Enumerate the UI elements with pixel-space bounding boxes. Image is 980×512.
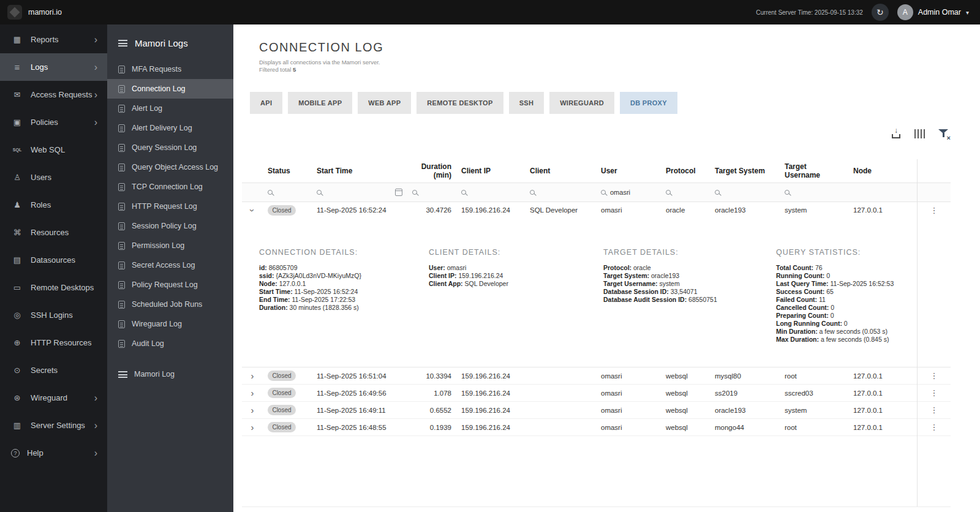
protocol-filter-input[interactable] [675, 189, 705, 196]
duration-filter-input[interactable] [421, 189, 451, 196]
sidebar-item[interactable]: Roles [0, 191, 107, 219]
log-file-icon [118, 85, 125, 93]
expand-row-icon[interactable] [251, 371, 254, 380]
columns-button[interactable] [913, 128, 926, 140]
sidebar-item[interactable]: Resources [0, 219, 107, 246]
subsidebar-item[interactable]: Query Object Access Log [107, 157, 233, 177]
subsidebar-item[interactable]: Secret Access Log [107, 255, 233, 275]
subsidebar-item[interactable]: Query Session Log [107, 138, 233, 157]
column-header-status[interactable]: Status [263, 159, 312, 183]
status-filter-input[interactable] [277, 189, 307, 196]
status-badge: Closed [268, 388, 296, 398]
tab[interactable]: MOBILE APP [288, 92, 352, 114]
details-heading: TARGET DETAILS: [603, 248, 776, 257]
cell-client-ip: 159.196.216.24 [456, 201, 525, 219]
sidebar-item[interactable]: Help [0, 439, 107, 467]
tab[interactable]: API [250, 92, 282, 114]
user-menu[interactable]: A Admin Omar [897, 4, 969, 20]
tab[interactable]: DB PROXY [620, 92, 677, 114]
sidebar-item[interactable]: Policies [0, 108, 107, 136]
sidebar-item[interactable]: Web SQL [0, 136, 107, 164]
cell-node: 127.0.0.1 [848, 385, 918, 402]
subsidebar-item[interactable]: HTTP Request Log [107, 197, 233, 216]
collapse-row-icon[interactable] [248, 209, 257, 212]
table-row[interactable]: Closed 11-Sep-2025 16:52:24 30.4726 159.… [242, 201, 951, 219]
subsidebar-item-label: Mamori Log [134, 370, 175, 378]
subsidebar-item-mamori-log[interactable]: Mamori Log [107, 364, 233, 384]
page-title: CONNECTION LOG [259, 40, 951, 55]
tab[interactable]: WEB APP [358, 92, 411, 114]
tab[interactable]: WIREGUARD [549, 92, 614, 114]
tab[interactable]: REMOTE DESKTOP [417, 92, 503, 114]
subsidebar-item[interactable]: TCP Connection Log [107, 177, 233, 197]
sidebar-item[interactable]: Datasources [0, 246, 107, 274]
sidebar-item[interactable]: Wireguard [0, 384, 107, 412]
subsidebar-item[interactable]: MFA Requests [107, 59, 233, 79]
subsidebar-item[interactable]: Scheduled Job Runs [107, 295, 233, 314]
cell-client-ip: 159.196.216.24 [456, 367, 525, 385]
column-header-protocol[interactable]: Protocol [661, 159, 710, 183]
subsidebar-item[interactable]: Policy Request Log [107, 275, 233, 295]
sidebar-item[interactable]: HTTP Resources [0, 329, 107, 356]
cell-protocol: websql [661, 402, 710, 419]
expand-row-icon[interactable] [251, 423, 254, 432]
column-header-target-username[interactable]: Target Username [780, 159, 848, 183]
clear-filter-button[interactable] [937, 127, 951, 140]
connection-log-table: Status Start Time Duration (min) Client … [242, 159, 951, 436]
subsidebar-item[interactable]: Permission Log [107, 236, 233, 255]
detail-field: Start Time: 11-Sep-2025 16:52:24 [259, 288, 429, 296]
column-header-node[interactable]: Node [848, 159, 918, 183]
app-logo[interactable]: mamori.io [7, 5, 62, 20]
column-header-duration[interactable]: Duration (min) [407, 159, 456, 183]
subsidebar-item[interactable]: Alert Delivery Log [107, 118, 233, 138]
column-header-client-ip[interactable]: Client IP [456, 159, 525, 183]
calendar-icon[interactable] [395, 189, 402, 196]
user-filter-input[interactable] [610, 189, 656, 196]
access-requests-icon [11, 90, 23, 99]
sidebar-item[interactable]: Remote Desktops [0, 274, 107, 301]
start-time-filter-input[interactable] [326, 189, 391, 196]
subsidebar-item[interactable]: Wireguard Log [107, 314, 233, 334]
client-ip-filter-input[interactable] [470, 189, 520, 196]
log-file-icon [118, 262, 125, 269]
expand-row-icon[interactable] [251, 405, 254, 415]
row-menu-icon[interactable] [930, 206, 938, 215]
sidebar-item[interactable]: Server Settings [0, 412, 107, 439]
row-menu-icon[interactable] [930, 423, 938, 432]
table-row[interactable]: Closed 11-Sep-2025 16:49:56 1.078 159.19… [242, 385, 951, 402]
column-header-start-time[interactable]: Start Time [312, 159, 407, 183]
column-header-client[interactable]: Client [525, 159, 596, 183]
refresh-button[interactable] [872, 4, 889, 21]
sidebar-item[interactable]: Reports [0, 26, 107, 53]
sidebar-item[interactable]: Users [0, 164, 107, 191]
details-heading: CLIENT DETAILS: [429, 248, 603, 257]
target-system-filter-input[interactable] [724, 189, 775, 196]
row-menu-icon[interactable] [930, 405, 938, 415]
row-menu-icon[interactable] [930, 371, 938, 380]
subsidebar-item[interactable]: Alert Log [107, 99, 233, 118]
table-row[interactable]: Closed 11-Sep-2025 16:48:55 0.1939 159.1… [242, 419, 951, 436]
detail-value: 11-Sep-2025 16:52:53 [831, 280, 894, 287]
download-button[interactable] [890, 127, 902, 140]
column-header-target-system[interactable]: Target System [710, 159, 780, 183]
cell-client [525, 367, 596, 385]
subsidebar-item[interactable]: Audit Log [107, 334, 233, 353]
subsidebar-item[interactable]: Connection Log [107, 79, 233, 99]
log-file-icon [118, 124, 125, 132]
sidebar-item[interactable]: Logs [0, 53, 107, 81]
tab[interactable]: SSH [509, 92, 545, 114]
log-file-icon [118, 281, 125, 289]
client-filter-input[interactable] [539, 189, 591, 196]
column-header-user[interactable]: User [596, 159, 661, 183]
sidebar-item[interactable]: Secrets [0, 356, 107, 384]
target-username-filter-input[interactable] [794, 189, 843, 196]
cell-user: omasri [596, 367, 661, 385]
sidebar-item[interactable]: SSH Logins [0, 301, 107, 329]
row-menu-icon[interactable] [930, 388, 938, 397]
expand-row-icon[interactable] [251, 388, 254, 397]
refresh-icon [876, 7, 884, 17]
table-row[interactable]: Closed 11-Sep-2025 16:49:11 0.6552 159.1… [242, 402, 951, 419]
table-row[interactable]: Closed 11-Sep-2025 16:51:04 10.3394 159.… [242, 367, 951, 385]
subsidebar-item[interactable]: Session Policy Log [107, 216, 233, 236]
sidebar-item[interactable]: Access Requests [0, 81, 107, 108]
